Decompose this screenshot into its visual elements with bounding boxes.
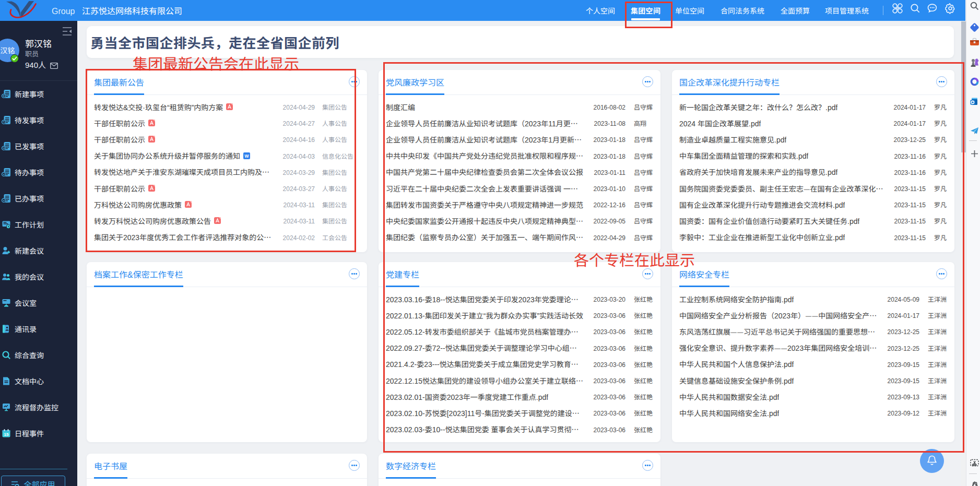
svg-text:15: 15: [4, 432, 9, 437]
